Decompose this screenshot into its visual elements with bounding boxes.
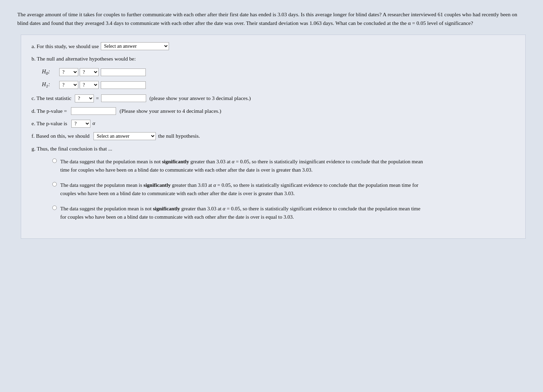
h1-label: H1: [42,81,56,89]
h0-operator-select[interactable]: ? = ≠ < > ≤ ≥ [80,68,99,76]
part-e-label: e. The p-value is [32,119,67,128]
radio-label-2[interactable]: The data suggest the populaton mean is s… [60,181,424,198]
part-a-row: a. For this study, we should use Select … [32,42,515,51]
pvalue-input[interactable] [71,107,116,115]
radio-input-1[interactable] [52,158,57,163]
main-container: The average amount of time it takes for … [7,7,536,242]
part-c-label: c. The test statistic [32,94,71,103]
part-d-note: (Please show your answer to 4 decimal pl… [119,107,221,116]
h1-row: H1: ? μ p x̄ ? = ≠ < > ≤ ≥ [42,81,515,89]
study-type-select[interactable]: Select an answer a t-test for a populati… [101,42,169,50]
h1-symbol-select[interactable]: ? μ p x̄ [59,81,78,89]
part-d-row: d. The p-value = (Please show your answe… [32,107,515,116]
conclusion-options: The data suggest that the population mea… [52,157,515,221]
h0-label: H0: [42,69,56,76]
h0-row: H0: ? μ p x̄ ? = ≠ < > ≤ ≥ [42,68,515,76]
radio-input-3[interactable] [52,206,57,210]
part-b-row: b. The null and alternative hypotheses w… [32,54,515,63]
part-f-label1: f. Based on this, we should [32,131,89,140]
answer-section: a. For this study, we should use Select … [21,35,526,239]
part-e-row: e. The p-value is ? < > = α [32,119,515,128]
part-f-row: f. Based on this, we should Select an an… [32,131,515,140]
radio-option-1: The data suggest that the population mea… [52,157,515,174]
test-stat-input[interactable] [101,94,146,102]
part-g-row: g. Thus, the final conclusion is that ..… [32,144,515,153]
problem-text: The average amount of time it takes for … [17,10,526,28]
part-c-note: (please show your answer to 3 decimal pl… [150,94,251,103]
h1-value-input[interactable] [101,81,146,89]
radio-option-3: The data suggest the population mean is … [52,204,515,221]
part-b-label: b. The null and alternative hypotheses w… [32,54,136,63]
part-g-label: g. Thus, the final conclusion is that ..… [32,144,112,153]
radio-label-1[interactable]: The data suggest that the population mea… [60,157,424,174]
h0-symbol-select[interactable]: ? μ p x̄ [59,68,78,76]
radio-option-2: The data suggest the populaton mean is s… [52,181,515,198]
part-f-label2: the null hypothesis. [158,131,200,140]
equals-sign-c: = [96,94,99,103]
test-stat-type-select[interactable]: ? t z [75,94,94,102]
radio-input-2[interactable] [52,182,57,186]
conclusion-select[interactable]: Select an answer reject fail to reject a… [94,132,156,140]
part-a-label: a. For this study, we should use [32,42,99,51]
pvalue-compare-select[interactable]: ? < > = [71,120,90,128]
h1-operator-select[interactable]: ? = ≠ < > ≤ ≥ [80,81,99,89]
part-d-label: d. The p-value = [32,107,67,116]
problem-statement: The average amount of time it takes for … [17,11,517,26]
h0-value-input[interactable] [101,69,146,76]
part-c-row: c. The test statistic ? t z = (please sh… [32,94,515,103]
radio-label-3[interactable]: The data suggest the population mean is … [60,204,424,221]
alpha-symbol: α [92,119,95,128]
